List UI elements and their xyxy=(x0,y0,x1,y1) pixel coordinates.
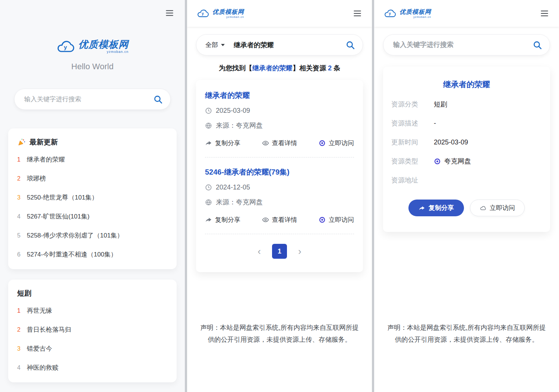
list-item-title: 错爱古今 xyxy=(27,344,52,353)
radio-dot-icon xyxy=(434,158,441,165)
list-item[interactable]: 4 5267-旷世医仙(101集) xyxy=(17,207,168,226)
list-item[interactable]: 1 继承者的荣耀 xyxy=(17,150,168,169)
brand-domain: yzmoban.cn xyxy=(226,16,244,18)
resource-detail-panel: y 优质模板网 yzmoban.cn 继承者的荣耀 xyxy=(374,0,559,392)
list-item-title: 昔日长枪落马归 xyxy=(27,325,71,334)
radio-dot-icon xyxy=(319,216,326,223)
brand-name: 优质模板网 xyxy=(212,9,244,15)
disclaimer-text: 声明：本站是网盘索引系统,所有内容均来自互联网所提供的公开引用资源，未提供资源上… xyxy=(385,322,548,345)
search-input[interactable] xyxy=(23,95,153,103)
rank-number: 2 xyxy=(17,326,27,333)
rank-number: 3 xyxy=(17,194,27,201)
cloud-icon xyxy=(480,205,486,211)
list-item[interactable]: 3 5250-绝世龙尊（101集） xyxy=(17,188,168,207)
latest-updates-card: 最新更新 1 继承者的荣耀 2 琅琊榜 3 5250-绝世龙尊（101集） 4 … xyxy=(8,128,177,269)
pagination: ‹ 1 › xyxy=(205,244,354,259)
search-icon[interactable] xyxy=(533,40,542,50)
next-page-button[interactable]: › xyxy=(298,246,301,256)
copy-share-button[interactable]: 复制分享 xyxy=(205,216,240,224)
copy-share-button[interactable]: 复制分享 xyxy=(205,139,240,147)
summary-text: 为您找到【 xyxy=(219,64,252,72)
clock-icon xyxy=(205,107,212,114)
latest-card-header: 最新更新 xyxy=(17,137,168,147)
result-source-row: 来源：夸克网盘 xyxy=(205,121,354,130)
divider xyxy=(205,157,354,157)
prev-page-button[interactable]: ‹ xyxy=(258,246,261,256)
home-panel: y 优质模板网 yzmoban.cn Hello World xyxy=(0,0,185,392)
list-item[interactable]: 1 再世无缘 xyxy=(17,301,168,320)
resource-detail-card: 继承者的荣耀 资源分类 短剧 资源描述 - 更新时间 2025-03-09 资源… xyxy=(383,67,550,232)
brand-domain: yzmoban.cn xyxy=(413,16,431,18)
result-item: 继承者的荣耀 2025-03-09 来源：夸克网盘 复制分享 xyxy=(205,90,354,147)
summary-keyword: 继承者的荣耀 xyxy=(252,64,293,72)
search-results-panel: y 优质模板网 yzmoban.cn 全部 xyxy=(187,0,372,392)
list-item-title: 再世无缘 xyxy=(27,306,52,315)
visit-now-button[interactable]: 立即访问 xyxy=(319,139,354,147)
globe-icon xyxy=(205,199,212,206)
filter-label: 全部 xyxy=(205,41,218,49)
visit-now-button[interactable]: 立即访问 xyxy=(319,216,354,224)
field-type-value: 夸克网盘 xyxy=(444,157,471,166)
field-label: 资源描述 xyxy=(391,119,426,128)
svg-text:y: y xyxy=(202,12,204,16)
field-label: 资源分类 xyxy=(391,100,426,109)
result-date: 2024-12-05 xyxy=(216,184,250,191)
share-icon xyxy=(205,140,212,147)
page-number-button[interactable]: 1 xyxy=(272,244,287,259)
search-icon[interactable] xyxy=(345,40,355,50)
result-title-link[interactable]: 继承者的荣耀 xyxy=(205,90,354,101)
list-item[interactable]: 3 错爱古今 xyxy=(17,339,168,358)
category-filter-dropdown[interactable]: 全部 xyxy=(205,41,225,49)
search-bar: 全部 xyxy=(196,34,363,55)
site-logo[interactable]: y 优质模板网 yzmoban.cn xyxy=(197,9,244,18)
view-detail-button[interactable]: 查看详情 xyxy=(262,216,297,224)
site-logo[interactable]: y 优质模板网 yzmoban.cn xyxy=(56,39,129,54)
result-date: 2025-03-09 xyxy=(216,107,250,115)
brand-name: 优质模板网 xyxy=(399,9,431,15)
field-category: 资源分类 短剧 xyxy=(391,100,542,109)
search-icon[interactable] xyxy=(153,95,163,104)
list-item[interactable]: 6 5274-今时重逢不相逢（100集） xyxy=(17,245,168,264)
summary-text: 】相关资源 xyxy=(293,64,328,72)
rank-number: 5 xyxy=(17,232,27,239)
short-drama-card: 短剧 1 再世无缘 2 昔日长枪落马归 3 错爱古今 4 神医的救赎 xyxy=(8,280,177,382)
menu-icon[interactable] xyxy=(540,9,549,18)
result-source: 来源：夸克网盘 xyxy=(216,198,263,207)
list-item[interactable]: 4 神医的救赎 xyxy=(17,358,168,377)
app-header: y 优质模板网 yzmoban.cn xyxy=(374,0,559,27)
result-summary: 为您找到【继承者的荣耀】相关资源 2 条 xyxy=(187,64,372,73)
drama-card-title: 短剧 xyxy=(17,289,31,298)
eye-icon xyxy=(262,216,269,223)
search-input[interactable] xyxy=(392,41,533,49)
result-source-row: 来源：夸克网盘 xyxy=(205,198,354,207)
rank-number: 4 xyxy=(17,213,27,220)
home-search-box xyxy=(14,89,171,110)
search-input[interactable] xyxy=(233,41,345,49)
result-title-link[interactable]: 5246-继承者的荣耀(79集) xyxy=(205,167,354,177)
view-detail-button[interactable]: 查看详情 xyxy=(262,139,297,147)
field-label: 更新时间 xyxy=(391,138,426,147)
share-icon xyxy=(419,205,425,211)
result-item: 5246-继承者的荣耀(79集) 2024-12-05 来源：夸克网盘 复 xyxy=(205,167,354,224)
field-description: 资源描述 - xyxy=(391,119,542,128)
latest-card-title: 最新更新 xyxy=(29,137,58,147)
disclaimer-text: 声明：本站是网盘索引系统,所有内容均来自互联网所提供的公开引用资源，未提供资源上… xyxy=(198,322,361,345)
rank-number: 2 xyxy=(17,175,27,182)
summary-count: 2 xyxy=(328,64,332,72)
app-header: y 优质模板网 yzmoban.cn xyxy=(187,0,372,27)
list-item[interactable]: 2 琅琊榜 xyxy=(17,169,168,188)
rank-number: 1 xyxy=(17,156,27,163)
svg-text:y: y xyxy=(64,44,67,50)
summary-text: 条 xyxy=(332,64,340,72)
menu-icon[interactable] xyxy=(353,9,362,18)
brand-name: 优质模板网 xyxy=(78,39,129,49)
copy-share-button[interactable]: 复制分享 xyxy=(408,200,464,216)
list-item[interactable]: 2 昔日长枪落马归 xyxy=(17,320,168,339)
share-icon xyxy=(205,216,212,223)
menu-icon[interactable] xyxy=(165,8,174,18)
list-item-title: 神医的救赎 xyxy=(27,363,59,372)
rank-number: 4 xyxy=(17,364,27,371)
site-logo[interactable]: y 优质模板网 yzmoban.cn xyxy=(384,9,431,18)
list-item[interactable]: 5 5258-傅少求求你别虐了（101集） xyxy=(17,226,168,245)
visit-now-button[interactable]: 立即访问 xyxy=(470,200,525,216)
